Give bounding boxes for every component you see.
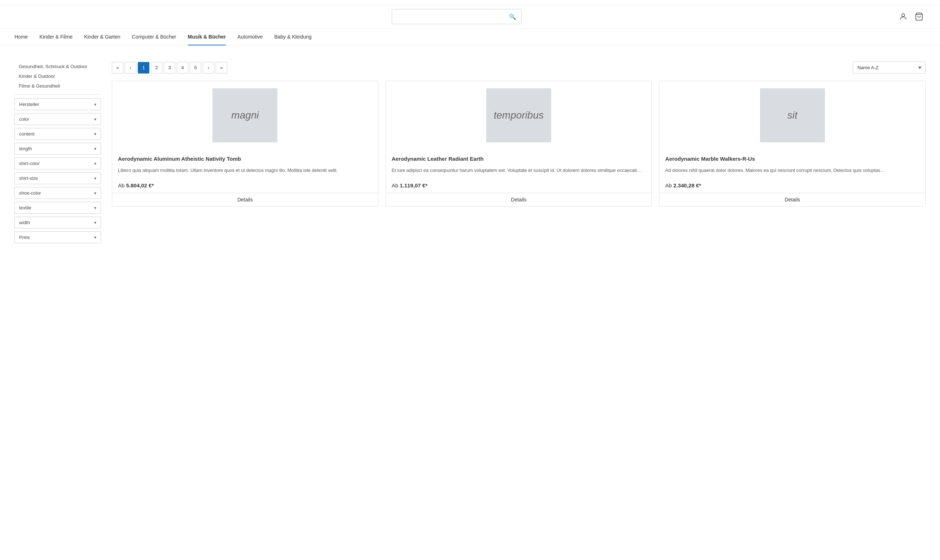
breadcrumb [0,46,940,54]
sidebar-categories: Gesundheit, Schmuck & OutdoorKinder & Ou… [14,62,101,91]
filter-width[interactable]: width▾ [14,217,101,228]
user-icon [899,12,908,21]
product-description: Libero quia aliquam mollitia totam. Ulla… [118,167,372,174]
header-icons [899,12,926,21]
filter-list: Hersteller▾color▾content▾length▾shirt-co… [14,98,101,243]
nav-item-home[interactable]: Home [14,29,28,45]
filter-hersteller[interactable]: Hersteller▾ [14,98,101,110]
search-bar: 🔍 [392,9,522,24]
product-grid: magni Aerodynamic Aluminum Atheistic Nat… [112,81,926,206]
cart-icon [915,12,923,21]
filter-shirtsize[interactable]: shirt-size▾ [14,172,101,184]
nav-item-musikbcher[interactable]: Musik & Bücher [188,29,226,45]
sidebar-category[interactable]: Filme & Gesundheit [14,81,101,91]
header: 🔍 [0,5,940,29]
product-name: Aerodynamic Leather Radiant Earth [392,155,646,163]
product-price: Ab 1.119,07 €* [392,182,428,188]
sort-dropdown[interactable]: Name A-ZName Z-APreis aufsteigendPreis a… [853,62,926,74]
product-info: Aerodynamic Aluminum Atheistic Nativity … [112,149,378,182]
page-btn-[interactable]: › [203,62,214,74]
filter-shirtcolor[interactable]: shirt-color▾ [14,157,101,169]
sort-select[interactable]: Name A-ZName Z-APreis aufsteigendPreis a… [853,62,925,73]
page-btn-1[interactable]: 1 [138,62,149,74]
sidebar-category[interactable]: Gesundheit, Schmuck & Outdoor [14,62,101,71]
pagination: «‹12345›» [112,62,227,74]
nav-item-kinderfilme[interactable]: Kinder & Filme [39,29,73,45]
product-card: sit Aerodynamic Marble Walkers-R-Us Ad d… [659,81,926,206]
page-btn-4[interactable]: 4 [177,62,188,74]
nav-item-kindergarten[interactable]: Kinder & Garten [84,29,120,45]
filter-shoecolor[interactable]: shoe-color▾ [14,187,101,199]
page-btn-2[interactable]: 2 [151,62,162,74]
product-image-text: temporibus [494,109,544,121]
page-btn-5[interactable]: 5 [190,62,201,74]
product-image-placeholder: sit [760,88,825,142]
nav-item-babykleidung[interactable]: Baby & Kleidung [274,29,312,45]
product-details-button[interactable]: Details [112,193,378,206]
product-info: Aerodynamic Leather Radiant Earth Et iur… [386,149,652,182]
sidebar-divider [14,94,101,95]
page-btn-[interactable]: » [216,62,227,74]
product-price-row: Ab 5.804,02 €* [112,182,378,193]
svg-point-0 [902,14,904,17]
main-layout: Gesundheit, Schmuck & OutdoorKinder & Ou… [0,54,940,260]
product-description: Ad dolores nihil quaerat dolor dolores. … [665,167,920,174]
page-btn-3[interactable]: 3 [164,62,175,74]
product-details-button[interactable]: Details [386,193,652,206]
filter-preis[interactable]: Preis▾ [14,231,101,243]
product-image-container: temporibus [386,81,652,149]
nav-item-computerbcher[interactable]: Computer & Bücher [132,29,176,45]
product-image-placeholder: temporibus [486,88,551,142]
product-card: magni Aerodynamic Aluminum Atheistic Nat… [112,81,378,206]
sidebar-category[interactable]: Kinder & Outdoor [14,71,101,81]
product-name: Aerodynamic Aluminum Atheistic Nativity … [118,155,372,163]
main-nav: HomeKinder & FilmeKinder & GartenCompute… [0,29,940,46]
product-info: Aerodynamic Marble Walkers-R-Us Ad dolor… [659,149,925,182]
sidebar: Gesundheit, Schmuck & OutdoorKinder & Ou… [14,54,101,246]
product-image-text: sit [787,109,798,121]
product-image-container: magni [112,81,378,149]
filter-color[interactable]: color▾ [14,113,101,125]
search-input[interactable] [392,10,504,23]
product-image-text: magni [231,109,259,121]
filter-content[interactable]: content▾ [14,128,101,140]
filter-textile[interactable]: textile▾ [14,202,101,214]
page-btn-[interactable]: ‹ [125,62,136,74]
content-area: «‹12345›» Name A-ZName Z-APreis aufsteig… [112,54,926,246]
page-btn-[interactable]: « [112,62,123,74]
product-name: Aerodynamic Marble Walkers-R-Us [665,155,920,163]
product-price-row: Ab 2.340,28 €* [659,182,925,193]
product-description: Et iure adipisci ea consequuntur harum v… [392,167,646,174]
user-icon-button[interactable] [899,12,908,21]
product-card: temporibus Aerodynamic Leather Radiant E… [386,81,652,206]
search-button[interactable]: 🔍 [504,9,521,24]
nav-item-automotive[interactable]: Automotive [237,29,262,45]
product-image-placeholder: magni [213,88,277,142]
product-details-button[interactable]: Details [659,193,925,206]
cart-icon-button[interactable] [915,12,926,21]
search-icon: 🔍 [509,14,516,20]
top-bar [0,0,940,5]
product-price-row: Ab 1.119,07 €* [386,182,652,193]
filter-length[interactable]: length▾ [14,143,101,155]
product-image-container: sit [659,81,925,149]
product-price: Ab 2.340,28 €* [665,182,701,188]
product-price: Ab 5.804,02 €* [118,182,154,188]
pagination-bar: «‹12345›» Name A-ZName Z-APreis aufsteig… [112,62,926,74]
